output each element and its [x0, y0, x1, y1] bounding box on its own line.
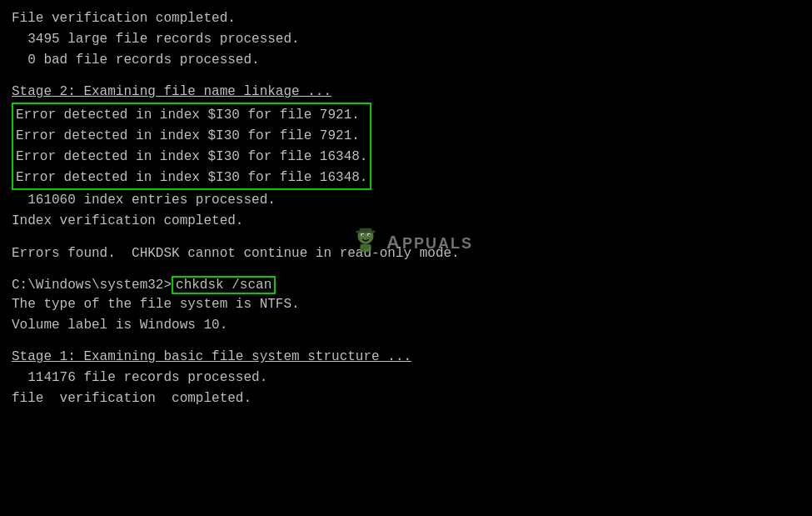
- svg-point-3: [362, 234, 364, 236]
- error-line-4: Error detected in index $I30 for file 16…: [16, 168, 367, 188]
- chkdsk-command[interactable]: chkdsk /scan: [172, 276, 276, 294]
- bad-file-records-line: 0 bad file records processed.: [12, 50, 800, 71]
- file-verif-line: File verification completed.: [12, 8, 800, 29]
- volume-label-line: Volume label is Windows 10.: [12, 315, 800, 336]
- index-entries-line: 161060 index entries processed.: [12, 190, 800, 211]
- watermark: APPUALS: [350, 225, 473, 257]
- spacer1: [12, 70, 800, 82]
- ntfs-line: The type of the file system is NTFS.: [12, 294, 800, 315]
- terminal-window: File verification completed. 3495 large …: [0, 0, 812, 516]
- svg-rect-6: [356, 231, 376, 233]
- error-line-3: Error detected in index $I30 for file 16…: [16, 147, 367, 168]
- error-line-1: Error detected in index $I30 for file 79…: [16, 105, 367, 126]
- prompt-prefix: C:\Windows\system32>: [12, 278, 172, 293]
- stage1-line: Stage 1: Examining basic file system str…: [12, 347, 800, 368]
- prompt-line: C:\Windows\system32>chkdsk /scan: [12, 276, 800, 294]
- svg-point-4: [368, 234, 370, 236]
- file-verif-cut-line: file verification completed.: [12, 388, 800, 409]
- error-block: Error detected in index $I30 for file 79…: [12, 103, 371, 190]
- svg-rect-7: [360, 244, 371, 253]
- stage2-line: Stage 2: Examining file name linkage ...: [12, 82, 800, 103]
- file-records-line: 114176 file records processed.: [12, 368, 800, 388]
- large-file-records-line: 3495 large file records processed.: [12, 29, 800, 50]
- spacer4: [12, 335, 800, 347]
- watermark-label: APPUALS: [386, 228, 473, 254]
- spacer3: [12, 264, 800, 276]
- error-line-2: Error detected in index $I30 for file 79…: [16, 126, 367, 147]
- appuals-icon: [350, 225, 381, 257]
